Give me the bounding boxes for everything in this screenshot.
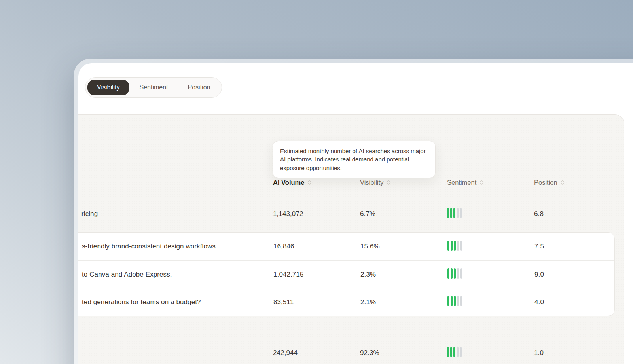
sentiment-bar: [451, 241, 453, 251]
sentiment-cell: [447, 296, 534, 308]
sentiment-bar: [451, 296, 453, 306]
sentiment-bars-icon: [447, 296, 462, 306]
visibility-cell: 2.1%: [360, 298, 447, 306]
sentiment-bar: [447, 347, 449, 357]
sentiment-bar: [453, 208, 455, 218]
column-label: AI Volume: [273, 179, 304, 186]
ai-volume-cell: 16,846: [273, 243, 360, 250]
sentiment-bar: [460, 208, 462, 218]
metric-tab-group: Visibility Sentiment Position: [85, 77, 222, 98]
sentiment-bar: [447, 296, 449, 306]
position-cell: 1.0: [534, 349, 624, 357]
sentiment-bar: [447, 208, 449, 218]
sentiment-bars-icon: [447, 241, 462, 251]
visibility-cell: 15.6%: [360, 243, 447, 250]
sentiment-cell: [447, 208, 534, 220]
sentiment-bar: [453, 347, 455, 357]
column-header-ai-volume[interactable]: AI Volume: [273, 179, 360, 186]
ai-volume-tooltip: Estimated monthly number of AI searches …: [273, 141, 436, 178]
sentiment-cell: [447, 347, 534, 359]
sentiment-cell: [447, 241, 534, 253]
column-header-position[interactable]: Position: [534, 179, 624, 186]
column-header-visibility[interactable]: Visibility: [360, 179, 447, 186]
sentiment-bars-icon: [447, 268, 462, 279]
sentiment-bar: [450, 208, 452, 218]
sentiment-bar: [454, 296, 456, 306]
sentiment-bar: [460, 268, 462, 279]
sort-chevrons-icon: [386, 179, 391, 186]
sentiment-bar: [457, 208, 459, 218]
sentiment-cell: [447, 268, 534, 281]
column-header-sentiment[interactable]: Sentiment: [447, 179, 534, 186]
sentiment-bar: [457, 268, 459, 279]
tab-visibility[interactable]: Visibility: [87, 80, 129, 95]
app-window-frame: Visibility Sentiment Position Estimated …: [74, 59, 633, 364]
sentiment-bar: [454, 268, 456, 279]
table-rows-top: ricing1,143,0726.7%6.8: [78, 195, 624, 232]
keyword-cell: s-friendly brand-consistent design workf…: [82, 243, 273, 250]
position-cell: 6.8: [534, 210, 624, 218]
sentiment-bar: [447, 241, 449, 251]
table-row-group-card: s-friendly brand-consistent design workf…: [78, 232, 615, 316]
keyword-cell: ricing: [81, 210, 273, 218]
ai-volume-cell: 242,944: [273, 349, 360, 357]
keyword-cell: to Canva and Adobe Express.: [82, 271, 273, 279]
sentiment-bars-icon: [447, 208, 462, 218]
table-row[interactable]: to Canva and Adobe Express.1,042,7152.3%…: [78, 260, 614, 288]
tab-sentiment[interactable]: Sentiment: [130, 80, 178, 95]
keyword-cell: ted generations for teams on a budget?: [82, 298, 273, 306]
sort-chevrons-icon: [560, 179, 565, 186]
position-cell: 4.0: [534, 298, 614, 306]
sentiment-bar: [457, 347, 459, 357]
sentiment-bars-icon: [447, 347, 462, 357]
column-label: Visibility: [360, 179, 383, 186]
sentiment-bar: [457, 241, 459, 251]
table-row[interactable]: 242,94492.3%1.0: [78, 335, 624, 364]
sentiment-bar: [447, 268, 449, 279]
tab-position[interactable]: Position: [178, 80, 220, 95]
visibility-cell: 2.3%: [360, 271, 447, 279]
sentiment-bar: [450, 347, 452, 357]
position-cell: 9.0: [534, 271, 614, 279]
ai-volume-cell: 1,042,715: [273, 271, 360, 279]
table-row[interactable]: ricing1,143,0726.7%6.8: [78, 195, 624, 232]
app-window: Visibility Sentiment Position Estimated …: [78, 63, 633, 364]
column-label: Position: [534, 179, 557, 186]
table-panel: Estimated monthly number of AI searches …: [78, 114, 624, 364]
sentiment-bar: [460, 296, 462, 306]
sentiment-bar: [460, 347, 462, 357]
ai-volume-cell: 83,511: [273, 298, 360, 306]
visibility-cell: 6.7%: [360, 210, 447, 218]
table-rows-bottom: 242,94492.3%1.0: [78, 335, 624, 364]
table-row[interactable]: s-friendly brand-consistent design workf…: [78, 233, 614, 260]
position-cell: 7.5: [534, 243, 614, 250]
column-label: Sentiment: [447, 179, 476, 186]
visibility-cell: 92.3%: [360, 349, 447, 357]
sentiment-bar: [457, 296, 459, 306]
table-row[interactable]: ted generations for teams on a budget?83…: [78, 288, 614, 316]
sentiment-bar: [451, 268, 453, 279]
sort-chevrons-icon: [307, 179, 312, 186]
ai-volume-cell: 1,143,072: [273, 210, 360, 218]
sentiment-bar: [454, 241, 456, 251]
sort-chevrons-icon: [479, 179, 484, 186]
sentiment-bar: [460, 241, 462, 251]
